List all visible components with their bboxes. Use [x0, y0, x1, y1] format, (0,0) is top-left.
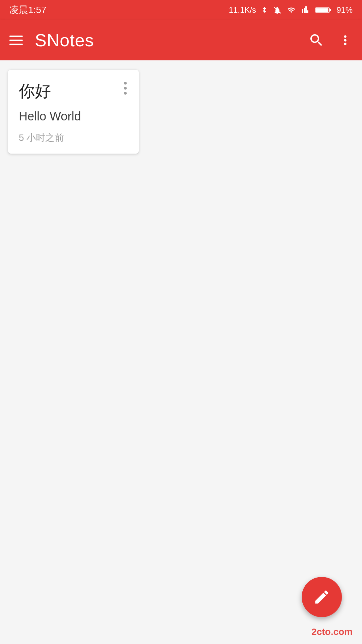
note-time: 5 小时之前	[19, 131, 128, 144]
battery-percent: 91%	[337, 5, 353, 15]
menu-button[interactable]	[9, 36, 23, 45]
wifi-icon	[286, 6, 296, 14]
note-card-header: 你好	[19, 80, 128, 102]
svg-rect-1	[329, 9, 331, 11]
more-options-button[interactable]	[338, 32, 353, 48]
network-speed: 11.1K/s	[229, 5, 256, 15]
search-icon	[308, 32, 324, 48]
app-bar: SNotes	[0, 20, 362, 60]
edit-icon	[313, 588, 330, 606]
new-note-fab[interactable]	[302, 577, 342, 617]
main-content: 你好 Hello World 5 小时之前	[0, 60, 362, 644]
more-vertical-icon	[338, 32, 353, 48]
note-card[interactable]: 你好 Hello World 5 小时之前	[8, 70, 139, 154]
app-title: SNotes	[35, 30, 308, 50]
search-button[interactable]	[308, 32, 324, 48]
bluetooth-icon	[261, 5, 268, 15]
svg-rect-2	[316, 8, 328, 12]
status-icons: 11.1K/s 91%	[229, 5, 353, 15]
notification-muted-icon	[273, 5, 282, 15]
app-bar-actions	[308, 32, 353, 48]
signal-icon	[301, 6, 310, 14]
status-bar: 凌晨1:57 11.1K/s 91%	[0, 0, 362, 20]
note-content: Hello World	[19, 108, 128, 125]
battery-icon	[315, 6, 332, 14]
note-more-button[interactable]	[123, 80, 128, 96]
note-title: 你好	[19, 80, 51, 102]
status-time: 凌晨1:57	[9, 4, 47, 16]
watermark: 2cto.com	[311, 627, 353, 637]
